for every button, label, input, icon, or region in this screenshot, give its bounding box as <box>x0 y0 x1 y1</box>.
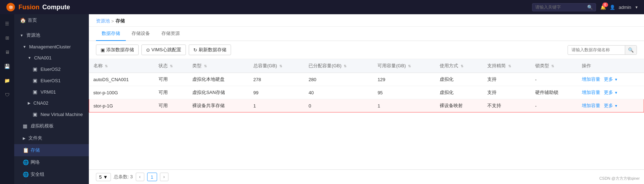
sidebar-item-eluer-os2[interactable]: ▣ EluerOS2 <box>14 63 89 75</box>
header-icons: 🔔 6 👤 admin ▼ <box>600 5 638 10</box>
cluster-collapse-icon: ▼ <box>23 45 26 49</box>
cell-allocated-0: 280 <box>304 73 373 86</box>
sort-lock-icon[interactable]: ⇅ <box>551 64 554 68</box>
security-icon: 🌐 <box>23 172 28 177</box>
sidebar-item-home[interactable]: 🏠 首页 <box>14 14 89 26</box>
tab-storage-device[interactable]: 存储设备 <box>126 27 156 41</box>
nav-folder-icon[interactable]: 📁 <box>1 74 14 87</box>
breadcrumb-separator: > <box>111 19 114 24</box>
cell-allocated-1: 40 <box>304 86 373 99</box>
sidebar-item-eluer-os1[interactable]: ▣ EluerOS1 <box>14 75 89 86</box>
sort-allocated-icon[interactable]: ⇅ <box>344 64 347 68</box>
cell-thin-2: 不支持 <box>483 99 531 112</box>
sort-usage-icon[interactable]: ⇅ <box>461 64 463 68</box>
cell-status-1: 可用 <box>154 86 188 99</box>
template-icon: ▦ <box>23 123 28 129</box>
col-header-lock-type: 锁类型 ⇅ <box>531 59 578 73</box>
logo-fusion-text: Fusion <box>18 4 39 11</box>
tab-storage-resource[interactable]: 存储资源 <box>156 27 186 41</box>
tab-datastore[interactable]: 数据存储 <box>96 27 126 41</box>
refresh-datastore-button[interactable]: ↻ 刷新数据存储 <box>189 44 231 55</box>
sidebar-item-cna001[interactable]: ▼ CNA001 <box>14 52 89 63</box>
sidebar-item-network[interactable]: 🌐 网络 <box>14 156 89 168</box>
vims-config-label: VIMS心跳配置 <box>151 47 181 53</box>
col-header-total-capacity: 总容量(GB) ⇅ <box>249 59 305 73</box>
sidebar-item-gpu-resource[interactable]: 🌐 GPU资源组 <box>14 180 89 184</box>
sort-type-icon[interactable]: ⇅ <box>204 64 207 68</box>
datastore-search-button[interactable]: 🔍 <box>625 46 637 54</box>
add-datastore-button[interactable]: ▣ 添加数据存储 <box>96 44 139 55</box>
nav-home-icon[interactable]: ☰ <box>1 17 14 30</box>
user-icon: 👤 <box>610 5 615 10</box>
nav-storage-icon[interactable]: 💾 <box>1 60 14 73</box>
action-more-0[interactable]: 更多 ▼ <box>604 77 618 82</box>
page-size-value: 5 <box>99 174 102 180</box>
svg-text:华: 华 <box>9 5 13 10</box>
sidebar-item-resource-pool[interactable]: ▼ 资源池 <box>14 29 89 41</box>
sidebar-item-security-group[interactable]: 🌐 安全组 <box>14 168 89 180</box>
header-search-box[interactable]: 🔍 <box>532 3 596 11</box>
action-more-1[interactable]: 更多 ▼ <box>604 90 618 95</box>
cell-usage-0: 虚拟化 <box>435 73 483 86</box>
tab-bar: 数据存储 存储设备 存储资源 <box>89 27 644 41</box>
cell-name-2: stor-p-1G <box>89 99 154 112</box>
cell-thin-0: 支持 <box>483 73 531 86</box>
prev-page-button[interactable]: ‹ <box>136 173 144 181</box>
add-icon: ▣ <box>101 47 105 53</box>
more-arrow-1: ▼ <box>615 91 618 95</box>
sort-available-icon[interactable]: ⇅ <box>408 64 411 68</box>
sidebar-item-folders[interactable]: ▶ 文件夹 <box>14 132 89 144</box>
header-right: 🔍 🔔 6 👤 admin ▼ <box>532 3 638 11</box>
toolbar: ▣ 添加数据存储 ⊙ VIMS心跳配置 ↻ 刷新数据存储 🔍 <box>89 41 644 59</box>
sort-thin-icon[interactable]: ⇅ <box>508 64 511 68</box>
action-add-capacity-2[interactable]: 增加容量 <box>582 103 600 108</box>
next-page-button[interactable]: › <box>160 173 168 181</box>
page-size-select[interactable]: 5 ▼ <box>96 173 111 181</box>
action-add-capacity-1[interactable]: 增加容量 <box>582 90 600 95</box>
action-add-capacity-0[interactable]: 增加容量 <box>582 77 600 82</box>
col-header-available-capacity: 可用容量(GB) ⇅ <box>373 59 435 73</box>
header-search-input[interactable] <box>535 5 585 10</box>
cna02-collapse-icon: ▶ <box>28 101 31 105</box>
cell-usage-2: 裸设备映射 <box>435 99 483 112</box>
sidebar-item-vm-template[interactable]: ▦ 虚拟机模板 <box>14 120 89 132</box>
refresh-datastore-label: 刷新数据存储 <box>199 47 226 53</box>
current-page-number[interactable]: 1 <box>147 173 157 181</box>
sidebar-item-new-vm[interactable]: ▣ New Virtual Machine <box>14 109 89 120</box>
action-more-2[interactable]: 更多 ▼ <box>604 103 618 108</box>
nav-shield-icon[interactable]: 🛡 <box>1 88 14 101</box>
page-size-arrow: ▼ <box>103 174 108 180</box>
breadcrumb-parent[interactable]: 资源池 <box>96 18 110 24</box>
pagination: 5 ▼ 总条数: 3 ‹ 1 › <box>89 169 644 184</box>
vm-icon-2: ▣ <box>33 78 38 83</box>
sidebar-item-storage[interactable]: 📋 存储 <box>14 144 89 156</box>
sidebar-item-vrm01[interactable]: ▣ VRM01 <box>14 86 89 98</box>
sidebar-item-management-cluster[interactable]: ▼ ManagementCluster <box>14 41 89 52</box>
datastore-search-input[interactable] <box>568 46 625 54</box>
nav-dashboard-icon[interactable]: ⊞ <box>1 31 14 44</box>
admin-label[interactable]: admin <box>619 5 631 10</box>
cell-actions-1: 增加容量 更多 ▼ <box>578 86 644 99</box>
sort-total-icon[interactable]: ⇅ <box>279 64 282 68</box>
sidebar-item-cna02[interactable]: ▶ CNA02 <box>14 98 89 109</box>
vims-config-button[interactable]: ⊙ VIMS心跳配置 <box>141 44 186 55</box>
cell-allocated-2: 0 <box>304 99 373 112</box>
cell-type-1: 虚拟化SAN存储 <box>188 86 249 99</box>
network-icon: 🌐 <box>23 159 28 165</box>
cell-type-0: 虚拟化本地硬盘 <box>188 73 249 86</box>
refresh-icon: ↻ <box>193 47 197 53</box>
sort-status-icon[interactable]: ⇅ <box>170 64 173 68</box>
datastore-search-box[interactable]: 🔍 <box>568 45 637 55</box>
table-body: autoDS_CNA001 可用 虚拟化本地硬盘 278 280 129 虚拟化… <box>89 73 644 112</box>
sidebar-cna001-label: CNA001 <box>34 55 52 61</box>
vm-icon-3: ▣ <box>33 89 38 95</box>
sidebar-network-label: 网络 <box>31 159 40 165</box>
sidebar-cna02-label: CNA02 <box>33 100 48 106</box>
nav-server-icon[interactable]: 🖥 <box>1 46 14 58</box>
notification-bell-button[interactable]: 🔔 6 <box>600 5 606 10</box>
folders-collapse-icon: ▶ <box>23 136 26 140</box>
cell-name-0: autoDS_CNA001 <box>89 73 154 86</box>
sort-name-icon[interactable]: ⇅ <box>105 64 108 68</box>
admin-dropdown-arrow[interactable]: ▼ <box>635 5 638 9</box>
sidebar-cluster1-label: ManagementCluster <box>29 44 71 49</box>
